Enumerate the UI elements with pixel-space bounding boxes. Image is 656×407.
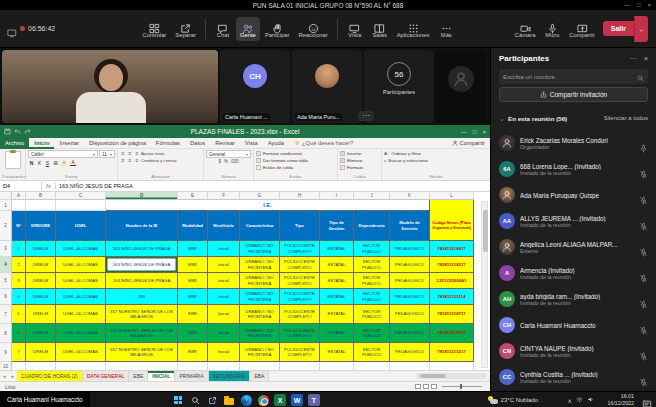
cell[interactable]: DRELM [26,273,56,289]
merged-ie-header[interactable]: I.E. [106,200,430,211]
cell[interactable]: EBR [178,324,208,343]
mic-off-icon[interactable] [639,373,648,382]
participant-row-armencia-invitado[interactable]: A Armencia (Invitado) Invitado de la reu… [491,260,656,286]
cell[interactable]: SECTOR PUBLICO [354,241,390,257]
video-tile-ada-maria-puru[interactable]: Ada Maria Puru... [292,50,362,123]
row-header-4[interactable]: 4 [0,257,12,273]
participant-row-cynthia-costita-invitado[interactable]: CC Cynthia Costita ... (Invitado) Invita… [491,364,656,390]
cell[interactable]: UGEL.04-COMAS [56,305,106,324]
column-header-J[interactable]: J [354,192,390,200]
normal-view-button[interactable] [415,384,421,389]
cell[interactable]: POLIDOCENTE COMPLETO [280,305,320,324]
cell[interactable]: UGEL.04-COMAS [56,273,106,289]
cell[interactable] [178,362,208,370]
cell[interactable]: UGEL.04-COMAS [56,324,106,343]
fill-color-button[interactable]: ◇ [60,159,68,167]
font-name-select[interactable]: Calibri▾ [28,150,98,158]
cell[interactable]: EBR [178,273,208,289]
weather-widget[interactable]: 23°C Nublado [488,392,538,407]
font-color-button[interactable]: A [69,159,77,167]
cell[interactable] [390,362,430,370]
taskbar-clock[interactable]: 16:01 16/12/2022 [607,393,634,406]
participants-close-icon[interactable]: × [644,55,648,62]
cell[interactable]: POLIDOCENTE COMPLETO [280,241,320,257]
cell[interactable] [106,362,178,370]
ribbon-tab-inicio[interactable]: Inicio [29,138,54,149]
cell[interactable]: EBR [178,343,208,362]
teams-taskbar-icon[interactable]: T [308,394,320,406]
cell[interactable]: 3 [12,273,26,289]
speaker-icon[interactable] [587,396,594,404]
participants-more-icon[interactable]: ··· [630,55,637,62]
excel-restore-button[interactable]: □ [473,129,477,135]
cell[interactable]: ESTATAL [320,289,354,305]
cell[interactable] [240,362,280,370]
cell[interactable]: SECTOR PUBLICO [354,305,390,324]
mic-off-icon[interactable] [639,321,648,330]
cell[interactable]: POLIDOCENTE COMPLETO [280,324,320,343]
leave-options-chevron[interactable] [634,16,648,42]
toolbar-button-chat[interactable]: Chat [211,17,235,41]
cell[interactable]: PEDAGOGICO [390,241,430,257]
sheet-nav-left-icon[interactable]: ◂ [0,373,9,379]
cell[interactable] [26,362,56,370]
cell[interactable]: URBANO / NO FRONTERA [240,289,280,305]
maximize-button[interactable]: □ [637,2,641,8]
selected-cell[interactable]: 163 NIÑO JESUS DE PRAGA [106,257,178,273]
excel-close-button[interactable]: × [482,129,486,135]
header-cell-tipo[interactable]: Tipo [280,211,320,241]
mic-off-icon[interactable] [639,295,648,304]
conditional-format-button[interactable]: Formato condicional [256,150,335,157]
page-layout-view-button[interactable] [423,384,429,389]
cell[interactable]: PEDAGOGICO [390,324,430,343]
ribbon-tab-insertar[interactable]: Insertar [54,138,84,149]
cell[interactable]: Inicial [208,257,240,273]
toolbar-button-mas[interactable]: Más [434,17,458,41]
cell[interactable]: 781811218717 [430,305,474,324]
cell[interactable]: 783811218417 [430,241,474,257]
mic-off-icon[interactable] [639,191,648,200]
cell[interactable]: Inicial [208,305,240,324]
cell[interactable]: 357 NUESTRO SEÑOR DE LOS MILAGROS [106,324,178,343]
sheet-tab-cuadro-de-horas-2[interactable]: CUADRO DE HORAS (2) [17,371,83,382]
format-cells-button[interactable]: Formato [340,164,379,171]
cell[interactable]: URBANO / NO FRONTERA [240,273,280,289]
cell[interactable]: PEDAGOGICO [390,273,430,289]
wifi-icon[interactable] [576,396,583,404]
mic-off-icon[interactable] [639,347,648,356]
cell[interactable]: 163 NIÑO JESUS DE PRAGA [106,273,178,289]
cell[interactable] [320,362,354,370]
cell[interactable]: EBR [178,289,208,305]
cell[interactable]: UGEL.04-COMAS [56,257,106,273]
cell[interactable]: DRELM [26,289,56,305]
font-size-select[interactable]: 11▾ [99,150,115,158]
sheet-tab-data-general[interactable]: DATA GENERAL [83,371,130,382]
toolbar-button-aplicaciones[interactable]: Aplicaciones [393,17,434,41]
header-cell-caracteristica[interactable]: Característica [240,211,280,241]
align-left-button[interactable]: ≡ [120,157,126,163]
mic-off-icon[interactable] [639,217,648,226]
ribbon-tab-archivo[interactable]: Archivo [0,138,29,149]
horizontal-scrollbar[interactable] [416,373,486,379]
cell[interactable]: POLIDOCENTE COMPLETO [280,273,320,289]
overflow-participants-tile[interactable]: 56 Participantes [364,50,434,123]
redo-icon[interactable] [24,128,31,136]
cell[interactable]: URBANO / NO FRONTERA [240,257,280,273]
cell[interactable]: Inicial [208,241,240,257]
insert-cells-button[interactable]: Insertar [340,150,379,157]
participant-search-input[interactable] [503,73,637,80]
cell[interactable] [430,362,474,370]
header-cell-n[interactable]: N° [12,211,26,241]
cell[interactable]: DRELM [26,257,56,273]
paste-button[interactable] [5,151,21,169]
mic-off-icon[interactable] [639,165,648,174]
column-header-E[interactable]: E [178,192,208,200]
toolbar-button-micro[interactable]: Micro [540,17,564,41]
minimize-button[interactable]: — [624,2,630,8]
cell[interactable]: ESTATAL [320,343,354,362]
cell[interactable]: Inicial [208,343,240,362]
format-as-table-button[interactable]: Dar formato como tabla [256,157,335,164]
ribbon-tab-revisar[interactable]: Revisar [210,138,240,149]
chrome-icon[interactable] [257,394,269,406]
header-cell-ugel[interactable]: UGEL [56,211,106,241]
